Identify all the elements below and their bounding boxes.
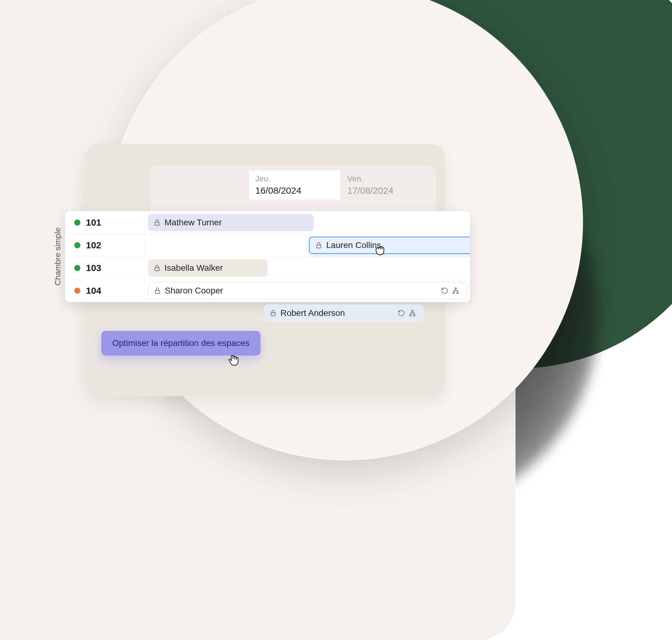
hierarchy-icon[interactable] [409, 309, 416, 317]
room-number: 104 [86, 286, 101, 296]
room-label: 104 [65, 279, 145, 302]
room-label: 101 [65, 211, 145, 234]
refresh-icon[interactable] [398, 309, 405, 317]
lock-icon [154, 264, 161, 272]
room-label: 103 [65, 257, 145, 279]
lock-icon [269, 309, 277, 317]
room-number: 102 [86, 240, 101, 250]
booking-block-selected[interactable]: Lauren Collins [309, 237, 470, 254]
guest-name: Mathew Turner [164, 218, 222, 228]
room-row: 104 Sharon Cooper [65, 279, 470, 302]
status-dot-icon [74, 288, 81, 294]
date-label: 17/08/2024 [347, 185, 426, 196]
lock-icon [154, 219, 161, 226]
booking-block[interactable]: Sharon Cooper [148, 282, 467, 299]
room-number: 101 [86, 217, 101, 228]
svg-point-5 [453, 292, 455, 294]
guest-name: Sharon Cooper [165, 286, 223, 295]
svg-point-9 [410, 315, 411, 316]
room-row: 103 Isabella Walker [65, 257, 470, 279]
status-dot-icon [74, 242, 81, 248]
svg-point-10 [414, 315, 415, 316]
status-dot-icon [74, 265, 81, 271]
svg-point-6 [457, 292, 458, 294]
lock-icon [154, 287, 161, 294]
svg-rect-0 [155, 222, 159, 225]
svg-rect-2 [155, 268, 159, 271]
cursor-pointer-icon [227, 353, 240, 366]
room-label: 102 [65, 234, 145, 256]
lock-icon [315, 242, 322, 249]
booking-block-floating[interactable]: Robert Anderson [264, 305, 423, 322]
guest-name: Isabella Walker [164, 263, 223, 273]
svg-point-4 [455, 288, 457, 289]
date-headers: Jeu. 16/08/2024 Ven. 17/08/2024 [249, 170, 433, 200]
rooms-container: Chambre simple 101 Mathew Turner 102 Lau… [50, 211, 470, 302]
date-column-friday[interactable]: Ven. 17/08/2024 [340, 170, 433, 200]
booking-block[interactable]: Isabella Walker [148, 259, 267, 277]
status-dot-icon [74, 219, 81, 226]
refresh-icon[interactable] [441, 287, 448, 294]
optimize-button[interactable]: Optimiser la répartition des espaces [101, 331, 261, 355]
date-column-thursday[interactable]: Jeu. 16/08/2024 [249, 170, 340, 200]
day-label: Ven. [347, 174, 426, 184]
room-row: 101 Mathew Turner [65, 211, 470, 234]
rooms-grid: 101 Mathew Turner 102 Lauren Collins [65, 211, 470, 302]
day-label: Jeu. [255, 174, 335, 184]
room-number: 103 [86, 263, 101, 273]
room-row: 102 Lauren Collins [65, 234, 470, 257]
guest-name: Lauren Collins [326, 241, 381, 250]
booking-block[interactable]: Mathew Turner [148, 214, 313, 231]
svg-point-8 [412, 310, 413, 312]
guest-name: Robert Anderson [280, 308, 345, 318]
hierarchy-icon[interactable] [452, 287, 459, 294]
date-label: 16/08/2024 [255, 185, 335, 196]
svg-rect-7 [271, 313, 275, 316]
room-category-label: Chambre simple [50, 221, 65, 292]
svg-rect-3 [155, 290, 160, 293]
svg-rect-1 [317, 245, 321, 248]
cursor-grab-icon [374, 243, 387, 256]
